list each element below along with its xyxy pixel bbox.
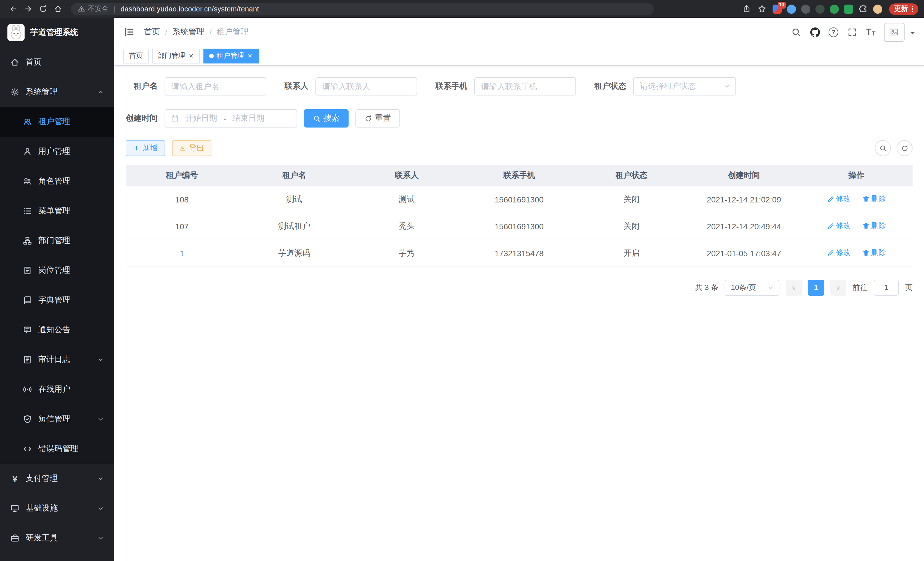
cell-created: 2021-12-14 20:49:44	[688, 213, 800, 240]
delete-button[interactable]: 删除	[862, 248, 886, 258]
sidebar-item-audit-log[interactable]: 审计日志	[0, 345, 114, 375]
broken-image-icon	[890, 27, 899, 37]
edit-button[interactable]: 修改	[826, 194, 850, 205]
tab-home[interactable]: 首页	[123, 48, 148, 63]
chevron-up-icon	[97, 89, 104, 96]
chevron-down-icon	[97, 535, 104, 541]
sidebar-item-post[interactable]: 岗位管理	[0, 256, 114, 285]
browser-back-button[interactable]	[6, 2, 21, 16]
sidebar-item-role[interactable]: 角色管理	[0, 166, 114, 196]
extensions-puzzle-icon[interactable]	[858, 4, 868, 14]
sidebar-fold-icon[interactable]	[123, 26, 135, 38]
sidebar-item-infra[interactable]: 基础设施	[0, 493, 114, 523]
breadcrumb-home[interactable]: 首页	[144, 27, 160, 37]
sidebar-item-user[interactable]: 用户管理	[0, 137, 114, 166]
edit-button[interactable]: 修改	[826, 248, 850, 258]
tenant-name-input[interactable]	[165, 77, 266, 96]
filter-contact: 联系人	[285, 77, 417, 96]
breadcrumb-system[interactable]: 系统管理	[172, 27, 204, 37]
tab-tenant[interactable]: 租户管理	[203, 48, 259, 63]
gear-icon	[10, 87, 20, 97]
goto-page-input[interactable]	[874, 279, 899, 295]
browser-toolbar: 不安全 dashboard.yudao.iocoder.cn/system/te…	[0, 0, 924, 18]
extension-icon-2[interactable]	[787, 4, 796, 14]
sidebar-item-system[interactable]: 系统管理	[0, 77, 114, 107]
address-bar[interactable]: 不安全 dashboard.yudao.iocoder.cn/system/te…	[71, 3, 654, 15]
sidebar-item-home[interactable]: 首页	[0, 47, 114, 77]
edit-button[interactable]: 修改	[826, 221, 850, 231]
extension-icon-5[interactable]	[830, 4, 838, 14]
add-button[interactable]: 新增	[126, 140, 165, 156]
github-icon[interactable]	[810, 27, 820, 37]
extension-icon-3[interactable]	[801, 4, 810, 14]
avatar-caret-icon[interactable]	[910, 32, 915, 37]
font-size-icon[interactable]	[866, 27, 875, 37]
cell-tenant-name: 芋道源码	[238, 240, 350, 266]
security-status[interactable]: 不安全	[78, 4, 109, 14]
create-time-range-picker[interactable]: 开始日期 - 结束日期	[165, 109, 297, 128]
extension-icon-4[interactable]	[815, 4, 824, 14]
extension-icon-6[interactable]	[844, 4, 853, 14]
post-badge-icon	[23, 266, 32, 275]
chevron-down-icon	[767, 284, 774, 291]
refresh-table-button[interactable]	[897, 140, 913, 156]
sidebar-item-payment[interactable]: 支付管理	[0, 464, 114, 493]
sidebar: 芋道管理系统 首页 系统管理 租户管理	[0, 18, 114, 561]
browser-forward-button[interactable]	[21, 2, 35, 16]
sms-shield-icon	[23, 415, 32, 424]
browser-profile-avatar[interactable]	[873, 4, 882, 14]
sidebar-menu: 首页 系统管理 租户管理 用户管理	[0, 47, 114, 553]
browser-update-button[interactable]: 更新	[889, 3, 918, 15]
reset-button[interactable]: 重置	[356, 109, 400, 128]
delete-button[interactable]: 删除	[862, 221, 886, 231]
screen: 不安全 dashboard.yudao.iocoder.cn/system/te…	[0, 0, 924, 561]
sidebar-item-online-user[interactable]: 在线用户	[0, 375, 114, 404]
contact-input[interactable]	[315, 77, 417, 96]
user-avatar[interactable]	[884, 23, 904, 41]
prev-page-button[interactable]	[786, 279, 802, 295]
phone-label: 联系手机	[435, 81, 467, 92]
help-icon[interactable]	[829, 27, 838, 37]
close-icon[interactable]	[247, 53, 253, 59]
sidebar-item-sms[interactable]: 短信管理	[0, 404, 114, 434]
cell-tenant-name: 测试租户	[238, 213, 350, 240]
announcement-icon	[23, 325, 32, 335]
close-icon[interactable]	[188, 53, 194, 59]
sidebar-item-notice[interactable]: 通知公告	[0, 315, 114, 345]
cell-actions: 修改 删除	[800, 213, 913, 240]
browser-reload-button[interactable]	[35, 2, 50, 16]
tenant-status-select[interactable]: 请选择租户状态	[633, 77, 736, 96]
cell-phone: 17321315478	[463, 240, 575, 266]
sidebar-item-devtools[interactable]: 研发工具	[0, 523, 114, 553]
fullscreen-icon[interactable]	[847, 27, 857, 37]
delete-button[interactable]: 删除	[862, 194, 886, 205]
trash-icon	[862, 249, 869, 257]
search-icon[interactable]	[791, 27, 801, 37]
payment-icon	[10, 474, 20, 483]
page-size-select[interactable]: 10条/页	[724, 279, 779, 295]
page-number-button[interactable]: 1	[808, 279, 824, 295]
toggle-search-button[interactable]	[875, 140, 891, 156]
sidebar-item-error-code[interactable]: 错误码管理	[0, 434, 114, 464]
sidebar-item-tenant[interactable]: 租户管理	[0, 107, 114, 137]
extension-icon-1[interactable]: 10	[772, 4, 782, 14]
phone-input[interactable]	[474, 77, 576, 96]
app-logo[interactable]: 芋道管理系统	[0, 18, 114, 47]
tab-dept[interactable]: 部门管理	[152, 48, 200, 63]
bookmark-star-icon[interactable]	[757, 4, 767, 14]
share-icon[interactable]	[741, 4, 752, 14]
sidebar-item-menu[interactable]: 菜单管理	[0, 196, 114, 226]
chevron-down-icon	[97, 356, 104, 363]
cell-tenant-id: 1	[126, 240, 238, 266]
next-page-button[interactable]	[830, 279, 846, 295]
sidebar-item-dict[interactable]: 字典管理	[0, 285, 114, 315]
browser-menu-icon[interactable]	[912, 5, 913, 12]
browser-home-button[interactable]	[50, 2, 65, 16]
total-count: 共 3 条	[695, 282, 718, 293]
active-dot	[209, 53, 214, 58]
sidebar-item-dept[interactable]: 部门管理	[0, 226, 114, 256]
chevron-down-icon	[97, 416, 104, 423]
search-button[interactable]: 搜索	[304, 109, 349, 128]
breadcrumb-current: 租户管理	[217, 27, 249, 37]
export-button[interactable]: 导出	[172, 140, 212, 156]
